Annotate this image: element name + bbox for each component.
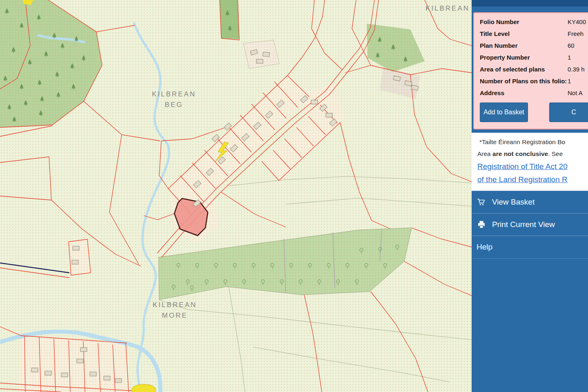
secondary-button-partial[interactable]: C xyxy=(549,102,588,122)
info-label: Folio Number xyxy=(480,18,568,26)
menu-item-label: View Basket xyxy=(492,198,535,207)
disclaimer-line-2: Area are not conclusive. See xyxy=(477,150,586,158)
disclaimer-block: *Tailte Éireann Registration Bo Area are… xyxy=(472,133,588,191)
info-row-folio-number: Folio Number KY400 xyxy=(480,18,588,26)
townland-label-kilbrean-more-2: MORE xyxy=(162,312,188,319)
info-row-plan-number: Plan Number 60 xyxy=(480,42,588,50)
map-canvas[interactable]: KILBREAN KILBREAN BEG KILBREAN MORE xyxy=(0,0,472,392)
info-label: Area of selected plans xyxy=(480,65,568,74)
info-label: Plan Number xyxy=(480,42,568,50)
info-value: 0.39 h xyxy=(568,65,585,74)
townland-label-kilbrean-more-1: KILBREAN xyxy=(153,301,197,309)
townland-label-kilbrean: KILBREAN xyxy=(425,4,470,12)
info-value: 1 xyxy=(568,77,571,85)
basket-icon xyxy=(477,198,486,207)
view-basket-menu-item[interactable]: View Basket xyxy=(472,191,588,213)
panel-header-bar xyxy=(472,0,588,7)
info-row-address: Address Not A xyxy=(480,89,588,97)
info-panel: Folio Number KY400 Title Level Freeh Pla… xyxy=(472,0,588,392)
land-registration-rules-link[interactable]: of the Land Registration R xyxy=(477,175,586,184)
printer-icon xyxy=(477,220,486,229)
info-label: Title Level xyxy=(480,30,568,38)
info-row-title-level: Title Level Freeh xyxy=(480,30,588,38)
info-value: 1 xyxy=(568,53,571,62)
print-current-view-menu-item[interactable]: Print Current View xyxy=(472,213,588,236)
townland-label-kilbrean-beg-2: BEG xyxy=(165,101,183,109)
registration-of-title-act-link[interactable]: Registration of Title Act 20 xyxy=(477,162,586,171)
panel-menu: View Basket Print Current View Help xyxy=(472,191,588,258)
info-value: Freeh xyxy=(568,30,584,38)
info-value: Not A xyxy=(568,89,583,97)
info-value: KY400 xyxy=(568,18,586,26)
info-label: Property Number xyxy=(480,53,568,62)
info-label: Address xyxy=(480,89,568,97)
help-menu-item[interactable]: Help xyxy=(472,236,588,258)
info-row-property-number: Property Number 1 xyxy=(480,53,588,62)
info-row-area: Area of selected plans 0.39 h xyxy=(480,65,588,74)
menu-item-label: Print Current View xyxy=(492,220,555,229)
info-value: 60 xyxy=(568,42,575,50)
card-buttons: Add to Basket C xyxy=(480,102,588,122)
menu-item-label: Help xyxy=(477,243,492,252)
townland-label-kilbrean-beg-1: KILBREAN xyxy=(152,90,196,98)
folio-details-card: Folio Number KY400 Title Level Freeh Pla… xyxy=(473,12,588,129)
add-to-basket-button[interactable]: Add to Basket xyxy=(480,102,528,122)
info-label: Number of Plans on this folio: xyxy=(480,77,568,85)
disclaimer-line-1: *Tailte Éireann Registration Bo xyxy=(477,138,586,146)
info-row-plan-count: Number of Plans on this folio: 1 xyxy=(480,77,588,85)
